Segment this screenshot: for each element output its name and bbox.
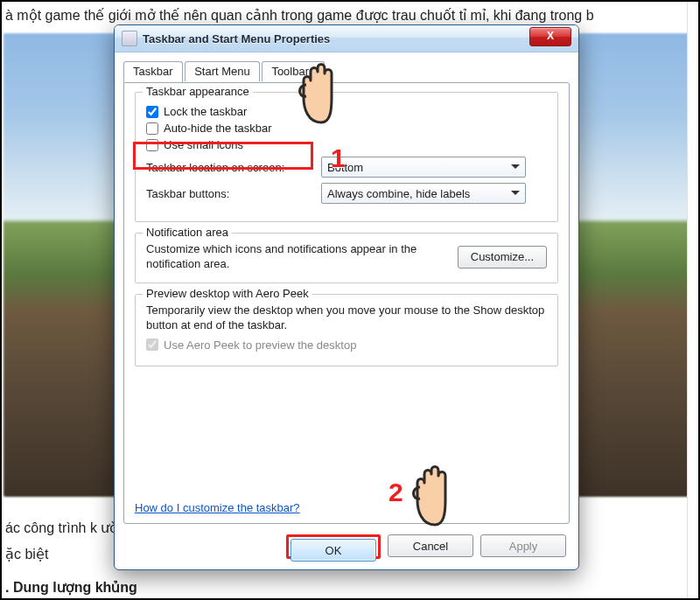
group-aero-peek-legend: Preview desktop with Aero Peek bbox=[143, 287, 312, 300]
combo-taskbar-buttons-value: Always combine, hide labels bbox=[327, 187, 470, 200]
combo-location[interactable]: Bottom bbox=[321, 157, 526, 178]
dialog-buttons: OK Cancel Apply bbox=[127, 534, 566, 559]
aero-peek-desc: Temporarily view the desktop when you mo… bbox=[146, 303, 547, 333]
pointing-hand-icon-1 bbox=[290, 54, 352, 124]
group-appearance-legend: Taskbar appearance bbox=[143, 85, 253, 98]
page: à một game thế giới mở thế nên quan cảnh… bbox=[0, 0, 700, 600]
step2-number: 2 bbox=[388, 478, 403, 507]
checkbox-autohide-taskbar-label: Auto-hide the taskbar bbox=[164, 122, 272, 135]
step1-highlight bbox=[133, 142, 313, 170]
label-taskbar-buttons: Taskbar buttons: bbox=[146, 187, 321, 200]
customize-button[interactable]: Customize... bbox=[458, 246, 547, 269]
combo-taskbar-buttons[interactable]: Always combine, hide labels bbox=[321, 183, 526, 204]
bg-text-heading: . Dung lượng khủng bbox=[2, 579, 698, 597]
group-notification-legend: Notification area bbox=[143, 226, 232, 239]
pointing-hand-icon-2 bbox=[404, 457, 466, 527]
window-icon bbox=[122, 31, 137, 46]
checkbox-lock-taskbar-input[interactable] bbox=[146, 106, 158, 118]
checkbox-aero-peek: Use Aero Peek to preview the desktop bbox=[146, 338, 547, 352]
cancel-button[interactable]: Cancel bbox=[388, 534, 473, 557]
help-link-row: How do I customize the taskbar? bbox=[135, 501, 300, 514]
window-title: Taskbar and Start Menu Properties bbox=[143, 32, 330, 45]
row-taskbar-buttons: Taskbar buttons: Always combine, hide la… bbox=[146, 183, 547, 204]
notification-desc: Customize which icons and notifications … bbox=[146, 242, 449, 272]
apply-button: Apply bbox=[480, 534, 566, 557]
close-button[interactable]: X bbox=[529, 27, 571, 46]
bg-text-line1: à một game thế giới mở thế nên quan cảnh… bbox=[2, 7, 698, 25]
ok-button[interactable]: OK bbox=[290, 539, 376, 562]
checkbox-autohide-taskbar-input[interactable] bbox=[146, 122, 158, 135]
ok-highlight: OK bbox=[286, 534, 381, 559]
help-link[interactable]: How do I customize the taskbar? bbox=[135, 501, 300, 514]
checkbox-aero-peek-label: Use Aero Peek to preview the desktop bbox=[164, 338, 356, 352]
dialog-body: Taskbar Start Menu Toolbars Taskbar appe… bbox=[123, 60, 570, 524]
checkbox-aero-peek-input bbox=[146, 338, 158, 351]
group-aero-peek: Preview desktop with Aero Peek Temporari… bbox=[135, 294, 558, 366]
titlebar[interactable]: Taskbar and Start Menu Properties X bbox=[115, 25, 578, 52]
checkbox-lock-taskbar-label: Lock the taskbar bbox=[164, 105, 247, 118]
tab-start-menu[interactable]: Start Menu bbox=[185, 61, 260, 81]
tab-taskbar[interactable]: Taskbar bbox=[123, 61, 183, 82]
step1-number: 1 bbox=[331, 143, 346, 173]
group-notification: Notification area Customize which icons … bbox=[135, 233, 558, 283]
page-right-gutter bbox=[687, 2, 696, 600]
